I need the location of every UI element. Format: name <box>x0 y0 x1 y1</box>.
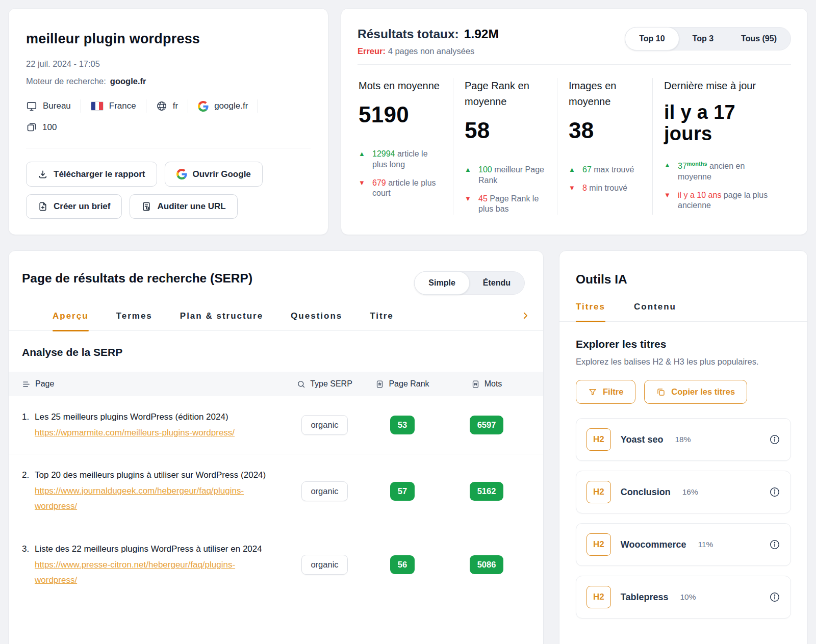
stat-label: Images en moyenne <box>569 78 641 110</box>
language-meta: fr <box>156 100 178 112</box>
tab-contenu[interactable]: Contenu <box>634 302 676 321</box>
stat-value: 58 <box>465 118 546 143</box>
heading-item[interactable]: H2 Tablepress 10% <box>576 576 791 619</box>
keyword-meta-row-2: 100 <box>26 122 311 133</box>
arrow-down-icon: ▼ <box>664 190 678 212</box>
france-flag-icon <box>91 101 104 111</box>
words-badge: 5086 <box>470 555 504 574</box>
copy-titles-label: Copier les titres <box>671 387 735 397</box>
toggle-etendu[interactable]: Étendu <box>469 272 524 294</box>
serp-title: Page de résultats de recherche (SERP) <box>22 271 252 286</box>
results-header: Résultats totaux:1.92M Erreur: 4 pages n… <box>358 27 791 56</box>
search-engine-value: google.fr <box>110 76 146 86</box>
segment-top10[interactable]: Top 10 <box>625 27 679 50</box>
divider <box>188 99 188 113</box>
copy-titles-button[interactable]: Copier les titres <box>644 380 747 404</box>
serp-view-toggle: Simple Étendu <box>414 271 525 295</box>
open-google-button[interactable]: Ouvrir Google <box>165 162 263 187</box>
stat-images: Images en moyenne 38 ▲ 67 max trouvé ▼ 8… <box>557 78 652 215</box>
stat-label: Dernière mise à jour <box>664 78 780 94</box>
ai-tools-title: Outils IA <box>576 272 791 287</box>
column-header-type-serp[interactable]: Type SERP <box>288 379 362 389</box>
keyword-title: meilleur plugin wordpress <box>26 31 311 47</box>
country-label: France <box>109 101 136 111</box>
results-total: 1.92M <box>464 27 499 41</box>
stat-value: il y a 17 jours <box>664 102 756 145</box>
divider <box>146 99 146 113</box>
stat-label: Page Rank en moyenne <box>465 78 546 110</box>
info-icon[interactable] <box>769 539 780 550</box>
result-rank: 2. <box>22 468 35 514</box>
globe-icon <box>156 100 167 112</box>
toggle-simple[interactable]: Simple <box>414 271 469 295</box>
word-doc-icon <box>471 380 480 389</box>
copy-icon <box>656 388 666 397</box>
file-search-icon <box>141 201 151 212</box>
tab-titres[interactable]: Titres <box>576 302 605 321</box>
info-icon[interactable] <box>769 434 780 445</box>
heading-text: Conclusion <box>621 487 671 498</box>
ai-tabs: Titres Contenu <box>559 302 807 322</box>
result-title: Les 25 meilleurs plugins WordPress (édit… <box>35 412 228 422</box>
serp-type-badge: organic <box>301 555 347 575</box>
delta-down: ▼ 45 Page Rank le plus bas <box>465 194 546 215</box>
heading-item[interactable]: H2 Conclusion 16% <box>576 471 791 513</box>
search-engine-label: Moteur de recherche: <box>26 76 106 86</box>
page-cell: 2. Top 20 des meilleurs plugins à utilis… <box>22 468 288 514</box>
page-rank-badge: 56 <box>390 555 415 574</box>
report-date: 22 juil. 2024 - 17:05 <box>26 59 311 69</box>
tab-questions[interactable]: Questions <box>291 311 342 330</box>
heading-text: Yoast seo <box>621 434 664 445</box>
serp-type-badge: organic <box>301 415 347 435</box>
tab-plan-structure[interactable]: Plan & structure <box>180 311 263 330</box>
tab-termes[interactable]: Termes <box>116 311 152 330</box>
stat-pagerank: Page Rank en moyenne 58 ▲ 100 meilleur P… <box>453 78 557 215</box>
segment-top3[interactable]: Top 3 <box>679 28 727 50</box>
info-icon[interactable] <box>769 591 780 603</box>
audit-url-button[interactable]: Auditer une URL <box>130 194 237 219</box>
column-header-words[interactable]: Mots <box>443 379 530 389</box>
stat-words: Mots en moyenne 5190 ▲ 12994 article le … <box>358 78 453 215</box>
results-title-block: Résultats totaux:1.92M Erreur: 4 pages n… <box>358 27 499 56</box>
heading-text: Woocommerce <box>621 539 686 550</box>
delta-down: ▼ il y a 10 ans page la plus ancienne <box>664 190 780 212</box>
results-title: Résultats totaux: <box>358 27 459 41</box>
arrow-up-icon: ▲ <box>664 160 678 183</box>
stat-last-update: Dernière mise à jour il y a 17 jours ▲ 3… <box>652 78 791 215</box>
info-icon[interactable] <box>769 486 780 498</box>
filter-label: Filtre <box>603 387 623 397</box>
create-brief-button[interactable]: Créer un brief <box>26 194 122 219</box>
serp-card: Page de résultats de recherche (SERP) Si… <box>8 250 544 644</box>
delta-up: ▲ 100 meilleur Page Rank <box>465 165 546 186</box>
h2-badge: H2 <box>586 586 611 608</box>
column-header-page[interactable]: Page <box>22 379 288 389</box>
download-report-button[interactable]: Télécharger le rapport <box>26 162 157 187</box>
result-url-link[interactable]: https://www.journaldugeek.com/hebergeur/… <box>35 483 273 514</box>
tab-titre[interactable]: Titre <box>370 311 394 330</box>
column-header-page-rank[interactable]: Page Rank <box>362 379 443 389</box>
result-rank: 1. <box>22 409 35 441</box>
error-line: Erreur: 4 pages non analysées <box>358 46 499 56</box>
heading-item[interactable]: H2 Yoast seo 18% <box>576 418 791 461</box>
result-url-link[interactable]: https://www.presse-citron.net/hebergeur/… <box>35 557 273 588</box>
results-title-line: Résultats totaux:1.92M <box>358 27 499 41</box>
file-plus-icon <box>38 201 48 212</box>
heading-text: Tablepress <box>621 592 669 603</box>
keyword-actions: Télécharger le rapport Ouvrir Google Cré… <box>26 162 311 219</box>
h2-badge: H2 <box>586 481 611 503</box>
result-url-link[interactable]: https://wpmarmite.com/meilleurs-plugins-… <box>35 425 235 441</box>
delta-down: ▼ 8 min trouvé <box>569 183 641 194</box>
page: meilleur plugin wordpress 22 juil. 2024 … <box>0 0 816 644</box>
tab-apercu[interactable]: Aperçu <box>53 311 89 330</box>
heading-item[interactable]: H2 Woocommerce 11% <box>576 523 791 566</box>
download-icon <box>38 169 48 179</box>
arrow-up-icon: ▲ <box>569 165 582 175</box>
filter-button[interactable]: Filtre <box>576 380 635 404</box>
chevron-right-icon[interactable] <box>521 311 530 330</box>
words-badge: 5162 <box>470 482 504 501</box>
device-meta: Bureau <box>26 100 71 112</box>
segment-tous[interactable]: Tous (95) <box>727 28 790 50</box>
explore-titles-subtitle: Explorez les balises H2 & H3 les plus po… <box>576 357 791 367</box>
serp-tabs: Aperçu Termes Plan & structure Questions… <box>9 311 543 331</box>
stat-label: Mots en moyenne <box>359 78 442 94</box>
